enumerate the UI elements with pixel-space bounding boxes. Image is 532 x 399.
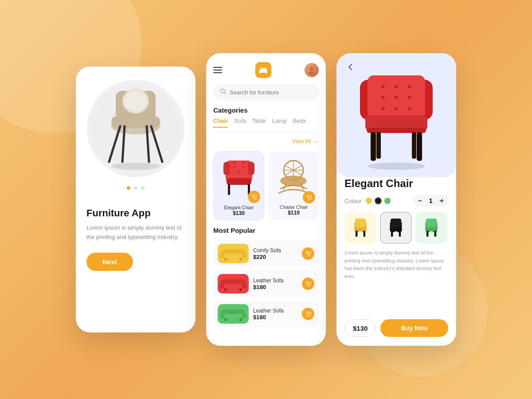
svg-rect-43: [220, 252, 224, 258]
onboarding-image-area: [87, 80, 184, 177]
svg-point-70: [408, 85, 411, 88]
svg-rect-87: [355, 227, 367, 231]
hamburger-line-1: [213, 67, 222, 68]
onboarding-title: Furniture App: [86, 207, 185, 219]
popular-item-comfy-sofa[interactable]: Comfy Sofa $220: [213, 240, 319, 267]
svg-rect-11: [260, 68, 266, 70]
buy-now-button[interactable]: Buy Now: [380, 319, 448, 337]
chaise-chair-price: $110: [288, 210, 300, 216]
svg-rect-53: [224, 288, 227, 291]
variant-green-svg: [420, 216, 442, 240]
colour-dot-black[interactable]: [375, 197, 382, 204]
svg-point-15: [309, 71, 315, 74]
svg-point-26: [238, 171, 240, 172]
svg-rect-21: [227, 178, 251, 185]
product-detail-content: Elegant Chair Colour − 1 +: [336, 168, 456, 346]
screens-container: Furniture App Lorem Ipsum is simply dumm…: [76, 53, 456, 346]
comfy-sofa-info: Comfy Sofa $220: [253, 247, 297, 260]
svg-point-75: [395, 107, 398, 110]
leather-sofa-red-info: Leather Sofa $180: [253, 278, 297, 290]
svg-rect-54: [239, 288, 242, 291]
add-to-cart-leather-sofa-red[interactable]: [302, 278, 314, 290]
search-bar[interactable]: [213, 84, 319, 100]
cart-icon: [251, 194, 257, 200]
view-all-row: View All →: [213, 138, 319, 145]
svg-rect-50: [222, 279, 245, 284]
categories-label: Categories: [213, 106, 319, 114]
elegant-chair-price: $130: [233, 210, 245, 216]
category-table[interactable]: Table: [252, 117, 266, 128]
dot-2: [134, 186, 137, 190]
svg-point-55: [308, 286, 309, 286]
category-lamp[interactable]: Lamp: [272, 117, 287, 128]
variant-yellow[interactable]: [344, 212, 376, 244]
svg-rect-59: [220, 313, 224, 319]
quantity-value: 1: [426, 197, 435, 204]
product-detail-image-area: [336, 53, 456, 177]
svg-rect-45: [224, 258, 227, 261]
svg-point-14: [310, 67, 313, 70]
product-card-chaise-chair[interactable]: Chaise Chair $110: [269, 151, 319, 220]
price-button[interactable]: $130: [344, 319, 376, 337]
categories-tabs: Chair Sofa Table Lamp Beds: [213, 117, 319, 132]
search-input[interactable]: [230, 89, 312, 96]
view-all-link[interactable]: View All: [292, 138, 311, 145]
product-card-elegant-chair[interactable]: Elegant Chair $130: [213, 151, 264, 220]
add-to-cart-leather-sofa-green[interactable]: [302, 308, 314, 320]
svg-point-64: [309, 316, 310, 317]
colour-dot-green[interactable]: [384, 198, 391, 204]
pagination-dots: [127, 186, 145, 190]
add-to-cart-elegant-chair[interactable]: [248, 191, 260, 203]
category-sofa[interactable]: Sofa: [234, 117, 246, 128]
most-popular-list: Comfy Sofa $220: [213, 240, 319, 327]
svg-point-71: [382, 96, 385, 99]
back-button[interactable]: [344, 60, 357, 74]
next-button[interactable]: Next: [86, 253, 133, 271]
svg-point-27: [234, 162, 235, 164]
detail-actions: $130 Buy Now: [344, 319, 448, 337]
add-to-cart-comfy-sofa[interactable]: [302, 247, 314, 260]
comfy-sofa-svg: [220, 246, 246, 262]
svg-point-48: [309, 255, 310, 256]
colour-label: Colour: [344, 198, 361, 204]
chaise-chair-name: Chaise Chair: [280, 204, 308, 210]
svg-point-29: [254, 199, 254, 200]
leather-sofa-red-name: Leather Sofa: [253, 278, 297, 284]
svg-point-56: [309, 286, 310, 286]
quantity-increase-button[interactable]: +: [440, 197, 444, 205]
avatar-icon: [307, 66, 316, 74]
svg-rect-44: [242, 252, 246, 258]
popular-item-leather-sofa-green[interactable]: Leather Sofa $180: [213, 301, 319, 327]
dot-1: [127, 186, 130, 190]
svg-rect-12: [259, 72, 261, 74]
add-to-cart-chaise-chair[interactable]: [303, 191, 315, 203]
categories-section: Categories Chair Sofa Table Lamp Beds: [213, 106, 319, 132]
variant-black[interactable]: [380, 212, 412, 244]
category-chair[interactable]: Chair: [213, 117, 228, 128]
onboarding-description: Lorem Ipsum is simply dummy text of the …: [86, 223, 185, 242]
hamburger-line-3: [213, 72, 222, 73]
quantity-decrease-button[interactable]: −: [418, 197, 422, 205]
popular-item-leather-sofa-red[interactable]: Leather Sofa $180: [213, 270, 319, 297]
svg-point-83: [368, 163, 425, 170]
svg-point-68: [382, 85, 385, 88]
svg-rect-79: [371, 132, 376, 161]
svg-rect-99: [426, 227, 438, 231]
hamburger-menu-icon[interactable]: [213, 67, 222, 73]
svg-rect-42: [222, 249, 245, 254]
category-beds[interactable]: Beds: [293, 117, 306, 128]
comfy-sofa-price: $220: [253, 254, 297, 260]
svg-rect-61: [224, 318, 227, 321]
app-logo: [255, 62, 271, 78]
svg-rect-78: [367, 128, 426, 133]
chair-illustration-1: [100, 84, 171, 173]
variant-green[interactable]: [415, 212, 447, 244]
svg-point-9: [111, 163, 160, 170]
svg-rect-82: [412, 132, 416, 159]
user-avatar[interactable]: [305, 63, 319, 77]
cart-icon-4: [305, 281, 311, 287]
svg-point-30: [255, 199, 256, 200]
colour-dot-yellow[interactable]: [366, 198, 372, 204]
svg-rect-13: [266, 72, 267, 74]
screen-3-product-detail: Elegant Chair Colour − 1 +: [336, 53, 456, 346]
